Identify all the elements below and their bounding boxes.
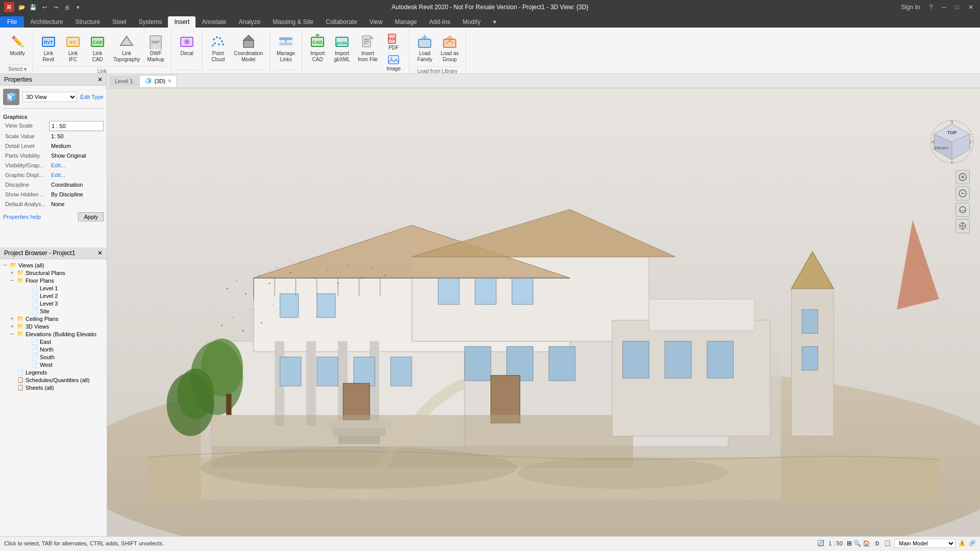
pb-ceiling-plans[interactable]: + 📁 Ceiling Plans [9, 315, 105, 322]
sync-status-icon[interactable]: 🔗 [969, 540, 976, 546]
load-family-label: LoadFamily [417, 51, 432, 63]
tab-architecture[interactable]: Architecture [24, 16, 69, 28]
tab-3d[interactable]: 🧊 {3D} ✕ [139, 75, 177, 87]
zoom-out-button[interactable] [955, 186, 970, 201]
pb-east[interactable]: 📄 East [23, 338, 105, 345]
tab-systems[interactable]: Systems [132, 16, 168, 28]
graphic-display-edit-button[interactable]: Edit... [49, 170, 104, 180]
tab-massing[interactable]: Massing & Site [266, 16, 320, 28]
insert-from-file-button[interactable]: Insertfrom File [355, 32, 380, 64]
properties-help-link[interactable]: Properties help [3, 214, 41, 220]
tab-context[interactable]: ▾ [487, 16, 502, 28]
view-ctrl-3[interactable]: 🏠 [863, 540, 870, 547]
link-revit-button[interactable]: RVT LinkRevit [37, 32, 60, 64]
parts-visibility-value[interactable]: Show Original [49, 151, 104, 160]
navigation-cube[interactable]: TOP FRONT N E S W [929, 119, 970, 160]
tab-addins[interactable]: Add-Ins [423, 16, 456, 28]
decal-button[interactable]: Decal [176, 32, 198, 58]
load-family-button[interactable]: LoadFamily [413, 32, 436, 64]
tab-insert[interactable]: Insert [168, 16, 195, 28]
link-topo-button[interactable]: LinkTopography [111, 32, 142, 64]
close-3d-tab-button[interactable]: ✕ [167, 78, 172, 84]
view-ctrl-1[interactable]: ⊞ [847, 540, 852, 547]
managelinks-group-label [274, 70, 298, 73]
show-hidden-value[interactable]: By Discipline [49, 190, 104, 199]
link-cad-button[interactable]: CAD LinkCAD [86, 32, 109, 64]
manage-links-button[interactable]: ManageLinks [274, 32, 298, 64]
tab-annotate[interactable]: Annotate [195, 16, 232, 28]
tab-level1[interactable]: Level 1 [109, 76, 138, 87]
load-as-group-button[interactable]: Load asGroup [438, 32, 461, 64]
sign-in-button[interactable]: Sign In [898, 3, 922, 12]
qa-save[interactable]: 💾 [29, 3, 38, 12]
pb-level1[interactable]: 📄 Level 1 [23, 284, 105, 292]
sync-icon[interactable]: 🔄 [817, 540, 824, 546]
qa-print[interactable]: 🖨 [62, 3, 71, 12]
viewport[interactable]: TOP FRONT N E S W [107, 88, 980, 536]
tab-collaborate[interactable]: Collaborate [320, 16, 363, 28]
pb-sheets[interactable]: 📋 Sheets (all) [9, 384, 105, 391]
qa-open[interactable]: 📂 [17, 3, 27, 12]
default-analysis-value[interactable]: None [49, 199, 104, 209]
pb-site[interactable]: 📄 Site [23, 307, 105, 315]
pb-north[interactable]: 📄 North [23, 345, 105, 353]
maximize-button[interactable]: □ [953, 3, 962, 12]
status-center: 🔄 1 : 50 ⊞ 🔍 🏠 :0 [817, 540, 879, 547]
pb-west[interactable]: 📄 West [23, 361, 105, 368]
project-browser-close-button[interactable]: ✕ [97, 249, 103, 257]
minimize-button[interactable]: ─ [939, 3, 949, 12]
tab-manage[interactable]: Manage [388, 16, 423, 28]
pb-structural-plans[interactable]: + 📁 Structural Plans [9, 269, 105, 277]
pb-level2[interactable]: 📄 Level 2 [23, 292, 105, 299]
close-button[interactable]: ✕ [966, 3, 976, 12]
properties-close-button[interactable]: ✕ [97, 76, 103, 83]
svg-rect-124 [802, 310, 818, 333]
warning-icon[interactable]: ⚠️ [959, 540, 966, 546]
import-gbxml-button[interactable]: gbXML ImportgbXML [331, 32, 353, 64]
orbit-button[interactable] [955, 203, 970, 217]
pb-schedules[interactable]: 📋 Schedules/Quantities (all) [9, 376, 105, 384]
properties-footer: Properties help Apply [3, 212, 104, 221]
tab-view[interactable]: View [363, 16, 389, 28]
pb-south[interactable]: 📄 South [23, 353, 105, 361]
point-cloud-button[interactable]: PointCloud [207, 32, 229, 64]
discipline-value[interactable]: Coordination [49, 180, 104, 189]
qa-undo[interactable]: ↩ [40, 3, 49, 12]
qa-more[interactable]: ▾ [74, 3, 83, 12]
qa-redo[interactable]: ↪ [51, 3, 60, 12]
pb-views-all[interactable]: ─ 📁 Views (all) [2, 261, 105, 269]
zoom-in-button[interactable] [955, 170, 970, 184]
view-ctrl-2[interactable]: 🔍 [853, 540, 861, 547]
edit-type-button[interactable]: Edit Type [80, 94, 104, 100]
apply-button[interactable]: Apply [78, 212, 104, 221]
pb-legends[interactable]: 📄 Legends [9, 368, 105, 376]
detail-level-value[interactable]: Medium [49, 141, 104, 151]
import-cad-button[interactable]: CAD ImportCAD [306, 32, 329, 64]
tab-analyze[interactable]: Analyze [233, 16, 267, 28]
model-selector-dropdown[interactable]: Main Model [894, 539, 955, 548]
tab-structure[interactable]: Structure [69, 16, 106, 28]
link-items: RVT LinkRevit IFC LinkIFC CAD LinkCAD [37, 30, 167, 64]
pb-elevations[interactable]: ─ 📁 Elevations (Building Elevatio [9, 330, 105, 338]
svg-point-101 [361, 277, 362, 279]
link-ifc-button[interactable]: IFC LinkIFC [62, 32, 84, 64]
pb-floor-plans[interactable]: ─ 📁 Floor Plans [9, 277, 105, 284]
coordination-model-button[interactable]: CoordinationModel [231, 32, 265, 64]
tab-file[interactable]: File [0, 16, 24, 28]
svg-rect-66 [390, 357, 411, 386]
pb-3d-views[interactable]: + 📁 3D Views [9, 322, 105, 330]
pdf-button[interactable]: PDF PDF [382, 32, 405, 52]
tab-steel[interactable]: Steel [106, 16, 132, 28]
view-scale-value[interactable]: 1 : 50 [49, 121, 104, 131]
visibility-edit-button[interactable]: Edit... [49, 161, 104, 170]
select-dropdown[interactable]: Select ▾ [8, 66, 27, 72]
view-type-dropdown[interactable]: 3D View [22, 92, 77, 102]
ribbon-modify-button[interactable]: ✏️ Modify [6, 32, 29, 58]
svg-rect-60 [306, 341, 316, 425]
pan-button[interactable] [955, 219, 970, 233]
dwf-markup-button[interactable]: DWF DWFMarkup [144, 32, 167, 64]
image-button[interactable]: Image [382, 53, 405, 72]
pb-level3[interactable]: 📄 Level 3 [23, 299, 105, 307]
help-button[interactable]: ? [927, 3, 936, 12]
tab-modify[interactable]: Modify [456, 16, 486, 28]
